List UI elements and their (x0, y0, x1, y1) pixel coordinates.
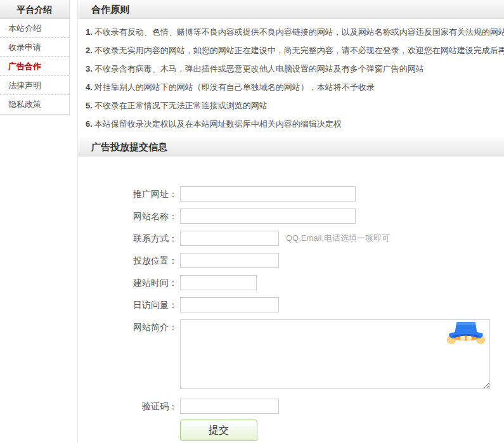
rule-item: 4.对挂靠别人的网站下的网站（即没有自己单独域名的网站），本站将不予收录 (86, 82, 495, 93)
ad-position-label: 投放位置： (78, 253, 178, 268)
ad-form-section-title: 广告投放提交信息 (78, 138, 504, 157)
rule-item: 2.不收录无实用内容的网站，如您的网站正在建设中，尚无完整内容，请不必现在登录，… (86, 46, 495, 56)
promo-url-field[interactable] (180, 186, 356, 202)
captcha-label: 验证码： (78, 399, 178, 414)
sidebar-item-site-intro[interactable]: 本站介绍 (0, 19, 69, 38)
principles-section-title: 合作原则 (78, 0, 504, 19)
ad-form: 推广网址： 网站名称： 联系方式： QQ,Email,电话选填一项即可 投放位置… (78, 157, 504, 441)
site-created-date-field[interactable] (180, 275, 257, 290)
sidebar-title: 平台介绍 (0, 0, 69, 19)
contact-label: 联系方式： (78, 231, 178, 246)
site-name-field[interactable] (180, 209, 356, 224)
contact-field[interactable] (180, 231, 279, 246)
form-row-submit: 提交 (78, 420, 504, 441)
sidebar-item-ad-cooperation[interactable]: 广告合作 (0, 57, 69, 76)
site-name-label: 网站名称： (78, 209, 178, 224)
captcha-field[interactable] (180, 399, 279, 414)
rule-item: 1.不收录有反动、色情、赌博等不良内容或提供不良内容链接的网站，以及网站名称或内… (86, 27, 495, 37)
sidebar-item-privacy-policy[interactable]: 隐私政策 (0, 95, 69, 114)
sidebar: 平台介绍 本站介绍 收录申请 广告合作 法律声明 隐私政策 (0, 0, 70, 115)
site-created-label: 建站时间： (78, 275, 178, 290)
promo-url-label: 推广网址： (78, 186, 178, 202)
form-row-daily-visits: 日访问量： (78, 297, 504, 312)
contact-hint: QQ,Email,电话选填一项即可 (286, 231, 390, 246)
rule-item: 6.本站保留收录决定权以及在本站网址数据库中相关内容的编辑决定权 (86, 119, 495, 129)
form-row-contact: 联系方式： QQ,Email,电话选填一项即可 (78, 231, 504, 246)
daily-visits-label: 日访问量： (78, 297, 178, 312)
form-row-captcha: 验证码： (78, 399, 504, 414)
main-content: 合作原则 1.不收录有反动、色情、赌博等不良内容或提供不良内容链接的网站，以及网… (77, 0, 504, 443)
rule-item: 5.不收录在正常情况下无法正常连接或浏览的网站 (86, 101, 495, 111)
sidebar-item-legal-notice[interactable]: 法律声明 (0, 76, 69, 95)
form-row-site-created: 建站时间： (78, 275, 504, 290)
ad-position-field[interactable] (180, 253, 279, 268)
form-row-site-description: 网站简介： (78, 319, 504, 389)
form-row-ad-position: 投放位置： (78, 253, 504, 268)
principles-list: 1.不收录有反动、色情、赌博等不良内容或提供不良内容链接的网站，以及网站名称或内… (78, 19, 504, 129)
form-row-site-name: 网站名称： (78, 209, 504, 224)
submit-button[interactable]: 提交 (180, 420, 257, 441)
sidebar-item-inclusion-apply[interactable]: 收录申请 (0, 38, 69, 57)
daily-visits-field[interactable] (180, 297, 279, 312)
site-description-textarea[interactable] (180, 319, 490, 389)
site-description-label: 网站简介： (78, 319, 178, 335)
rule-item: 3.不收录含有病毒、木马，弹出插件或恶意更改他人电脑设置的网站及有多个弹窗广告的… (86, 64, 495, 74)
form-row-promo-url: 推广网址： (78, 186, 504, 202)
